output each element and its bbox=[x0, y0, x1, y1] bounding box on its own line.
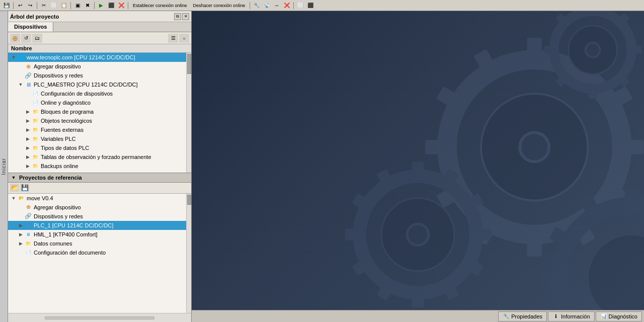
cut-btn[interactable]: ✂ bbox=[39, 1, 48, 10]
scroll-track[interactable] bbox=[186, 53, 191, 173]
init-tab[interactable]: Iniciar bbox=[0, 11, 8, 322]
toggle-variables[interactable]: ▶ bbox=[24, 135, 31, 142]
tree-view-btn[interactable]: ☰ bbox=[168, 34, 178, 43]
toggle-plc[interactable]: ▼ bbox=[17, 81, 24, 88]
toggle-root[interactable]: ▼ bbox=[10, 54, 17, 61]
ref-tree-scroll[interactable]: ▼ 📂 move V0.4 ⊕ Agregar dispositivo 🔗 Di… bbox=[8, 194, 191, 313]
icon-plc: 🖥 bbox=[24, 80, 32, 89]
save-btn[interactable]: 💾 bbox=[2, 1, 11, 10]
tree-item-root[interactable]: ▼ 🌐 www.tecnoplc.com [CPU 1214C DC/DC/DC… bbox=[8, 53, 191, 62]
resize-btn1[interactable]: ⬜ bbox=[296, 1, 305, 10]
svg-rect-18 bbox=[412, 162, 424, 179]
toggle-bloques[interactable]: ▶ bbox=[24, 108, 31, 115]
extra-btn1[interactable]: 🔧 bbox=[252, 1, 261, 10]
toggle-backups[interactable]: ▶ bbox=[24, 163, 31, 170]
tree-item-hml1[interactable]: ▶ 🖥 HML_1 [KTP400 Comfort] bbox=[8, 230, 191, 239]
horiz-scrollbar[interactable] bbox=[45, 316, 154, 319]
tree-item-variables[interactable]: ▶ 📁 Variables PLC bbox=[8, 134, 191, 143]
tree-item-traces[interactable]: ▶ 📁 Traces bbox=[8, 171, 191, 173]
tree-item-bloques[interactable]: ▶ 📁 Bloques de programa bbox=[8, 107, 191, 116]
tree-new-btn[interactable]: ⊕ bbox=[10, 34, 20, 43]
ref-projects-label: Proyectos de referencia bbox=[19, 175, 82, 181]
sep7 bbox=[293, 2, 294, 9]
toggle-empty-r1 bbox=[17, 204, 24, 211]
ref-btn1[interactable]: 📂 bbox=[10, 184, 19, 192]
tree-sort-btn[interactable]: ⬦ bbox=[179, 34, 189, 43]
toggle-hml1[interactable]: ▶ bbox=[17, 231, 24, 238]
resize-btn2[interactable]: ⬛ bbox=[306, 1, 315, 10]
connect-online-btn[interactable]: Establecer conexión online bbox=[130, 1, 190, 10]
icon-obj: 📁 bbox=[31, 117, 39, 125]
bottom-scroll-area[interactable] bbox=[8, 313, 191, 322]
toggle-obj[interactable]: ▶ bbox=[24, 117, 31, 124]
toggle-empty bbox=[17, 63, 24, 70]
extra-btn4[interactable]: ❌ bbox=[282, 1, 291, 10]
svg-rect-44 bbox=[625, 187, 638, 208]
label-add-device: Agregar dispositivo bbox=[34, 63, 81, 69]
tree-item-move-root[interactable]: ▼ 📂 move V0.4 bbox=[8, 194, 191, 203]
tree-item-obj-tec[interactable]: ▶ 📁 Objetos tecnológicos bbox=[8, 116, 191, 125]
tree-item-config[interactable]: 📄 Configuración de dispositivos bbox=[8, 89, 191, 98]
extra-btn3[interactable]: ↔ bbox=[272, 1, 281, 10]
diagnostic-btn[interactable]: 📊 Diagnóstico bbox=[596, 311, 642, 321]
toggle-empty4 bbox=[24, 99, 31, 106]
icon-backups: 📁 bbox=[31, 162, 39, 170]
label-datos-comunes: Datos comunes bbox=[34, 240, 72, 247]
tree-item-add-device-ref[interactable]: ⊕ Agregar dispositivo bbox=[8, 203, 191, 212]
panel-close-btn[interactable]: ✕ bbox=[182, 13, 189, 20]
toggle-tipos[interactable]: ▶ bbox=[24, 144, 31, 151]
tree-item-plc-maestro[interactable]: ▼ 🖥 PLC_MAESTRO [CPU 1214C DC/DC/DC] bbox=[8, 80, 191, 89]
tree-item-tablas[interactable]: ▶ 📁 Tablas de observación y forzado perm… bbox=[8, 152, 191, 162]
tree-item-devices-networks[interactable]: 🔗 Dispositivos y redes bbox=[8, 71, 191, 80]
tree-item-plc1[interactable]: ▶ 🖥 PLC_1 [CPU 1214C DC/DC/DC] bbox=[8, 221, 191, 230]
icon-variables: 📁 bbox=[31, 135, 39, 143]
gear-background bbox=[192, 11, 644, 322]
copy-btn[interactable]: ⬜ bbox=[49, 1, 58, 10]
tab-devices[interactable]: Dispositivos bbox=[8, 22, 53, 32]
tree-item-config-doc[interactable]: 📄 Configuración del documento bbox=[8, 248, 191, 257]
toggle-plc1[interactable]: ▶ bbox=[17, 222, 24, 229]
sep1 bbox=[13, 2, 14, 9]
svg-rect-27 bbox=[345, 229, 362, 240]
properties-btn[interactable]: 🔧 Propiedades bbox=[498, 311, 547, 321]
tree-item-add-device[interactable]: ⊕ Agregar dispositivo bbox=[8, 62, 191, 71]
tree-item-online-diag[interactable]: 📄 Online y diagnóstico bbox=[8, 98, 191, 107]
undo-btn[interactable]: ↩ bbox=[16, 1, 25, 10]
ref-scroll-track[interactable] bbox=[186, 194, 191, 313]
label-backups: Backups online bbox=[41, 163, 78, 169]
icon-add: ⊕ bbox=[24, 62, 32, 70]
tree-item-backups[interactable]: ▶ 📁 Backups online bbox=[8, 162, 191, 171]
ref-scroll-thumb[interactable] bbox=[187, 195, 191, 205]
redo-btn[interactable]: ↪ bbox=[26, 1, 35, 10]
disconnect-btn[interactable]: Deshacer conexión online bbox=[191, 1, 248, 10]
tree-refresh-btn[interactable]: ↺ bbox=[21, 34, 31, 43]
tree-collapse-btn[interactable]: 🗂 bbox=[32, 34, 42, 43]
svg-rect-9 bbox=[527, 234, 542, 256]
play-btn[interactable]: ▶ bbox=[97, 1, 106, 10]
paste-btn[interactable]: 📋 bbox=[59, 1, 68, 10]
project-tree-scroll[interactable]: ▼ 🌐 www.tecnoplc.com [CPU 1214C DC/DC/DC… bbox=[8, 53, 191, 173]
select-btn[interactable]: ▣ bbox=[73, 1, 82, 10]
icon-network-ref: 🔗 bbox=[24, 212, 32, 220]
stop-btn[interactable]: ⬛ bbox=[107, 1, 116, 10]
tree-item-devices-networks-ref[interactable]: 🔗 Dispositivos y redes bbox=[8, 212, 191, 221]
toggle-datos[interactable]: ▶ bbox=[17, 240, 24, 247]
delete-btn[interactable]: ✖ bbox=[83, 1, 92, 10]
toggle-move[interactable]: ▼ bbox=[10, 195, 17, 202]
icon-plc1: 🖥 bbox=[24, 221, 32, 229]
svg-point-43 bbox=[588, 234, 644, 322]
toggle-fuentes[interactable]: ▶ bbox=[24, 126, 31, 133]
tree-item-datos-comunes[interactable]: ▶ 📁 Datos comunes bbox=[8, 239, 191, 248]
toggle-tablas[interactable]: ▶ bbox=[24, 153, 31, 160]
ref-projects-divider[interactable]: ▼ Proyectos de referencia bbox=[8, 173, 191, 183]
close-btn[interactable]: ❌ bbox=[117, 1, 126, 10]
svg-point-30 bbox=[407, 224, 428, 245]
ref-btn2[interactable]: 💾 bbox=[20, 184, 29, 192]
tree-item-fuentes[interactable]: ▶ 📁 Fuentes externas bbox=[8, 125, 191, 134]
tree-item-tipos[interactable]: ▶ 📁 Tipos de datos PLC bbox=[8, 143, 191, 152]
panel-float-btn[interactable]: ⧉ bbox=[174, 13, 181, 20]
extra-btn2[interactable]: 📡 bbox=[262, 1, 271, 10]
info-btn[interactable]: ℹ Información bbox=[548, 311, 594, 321]
scroll-thumb[interactable] bbox=[187, 54, 191, 74]
toggle-traces[interactable]: ▶ bbox=[24, 172, 31, 173]
